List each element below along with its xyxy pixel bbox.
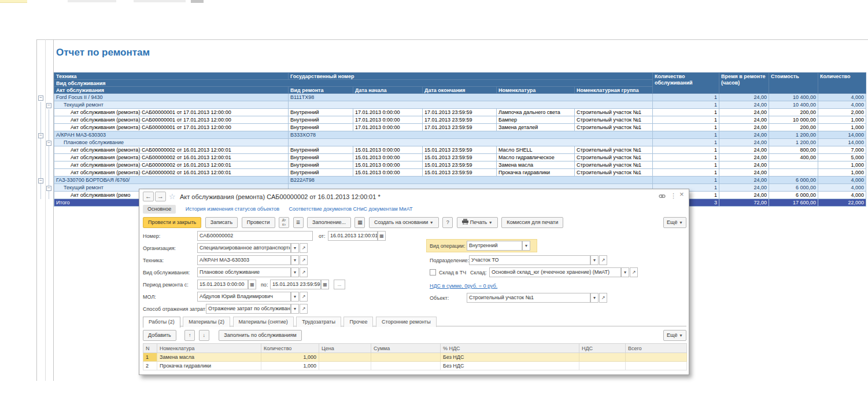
dropdown-icon[interactable]: ▾ (590, 293, 599, 303)
table-row[interactable]: Текущий ремонт124,0010 400,004,000 (54, 101, 866, 109)
tab-status-history[interactable]: История изменения статусов объектов (186, 205, 279, 212)
mol-field[interactable]: Абдулов Юрий Владимирович (197, 292, 291, 302)
col-date-start[interactable]: Дата начала (353, 87, 423, 94)
dropdown-icon[interactable]: ▾ (621, 267, 629, 277)
parts-row[interactable]: 1Замена масла1,000Без НДС (143, 353, 687, 362)
col-repair-kind[interactable]: Вид ремонта (289, 87, 353, 94)
col-vat[interactable]: НДС (579, 344, 626, 353)
forward-button[interactable]: → (155, 192, 166, 201)
more-dots-icon[interactable]: ⋮ (670, 192, 677, 199)
department-field[interactable]: Участок ТО (469, 255, 590, 265)
open-icon[interactable]: ↗ (599, 293, 607, 303)
post-button[interactable]: Провести (242, 217, 275, 228)
col-tech[interactable]: Техника (54, 73, 289, 80)
close-icon[interactable]: × (679, 191, 684, 198)
tab-other[interactable]: Прочее (343, 317, 373, 327)
collapse-icon[interactable]: − (46, 141, 51, 146)
table-row[interactable]: Акт обслуживания (ремонта) САБ00000002 о… (54, 154, 866, 161)
commission-print-button[interactable]: Комиссия для печати (501, 217, 563, 228)
help-button[interactable]: ? (442, 217, 453, 228)
table-row[interactable]: Акт обслуживания (ремонта) САБ00000001 о… (54, 124, 866, 131)
open-icon[interactable]: ↗ (630, 267, 638, 277)
costs-method-field[interactable]: Отражение затрат по обслуживанию АТ (206, 304, 291, 314)
move-down-button[interactable]: ↓ (199, 330, 209, 341)
table-row[interactable]: Плановое обслуживание124,001 200,0014,00… (54, 139, 866, 146)
link-icon[interactable] (659, 193, 666, 200)
fill-by-service-button[interactable]: Заполнить по обслуживаниям (219, 330, 301, 341)
tab-external-repairs[interactable]: Сторонние ремонты (376, 317, 437, 327)
favorite-star-icon[interactable]: ☆ (169, 192, 176, 201)
col-nomen-group[interactable]: Номенклатурная группа (575, 87, 653, 94)
form-more-button[interactable]: Ещё ▼ (663, 217, 686, 228)
tab-materials-removal[interactable]: Материалы (снятие) (233, 317, 294, 327)
table-row[interactable]: А/КРАН МАЗ-630303B333XO78124,001 200,001… (54, 131, 866, 139)
tab-labor[interactable]: Трудозатраты (296, 317, 341, 327)
col-quantity[interactable]: Количество (261, 344, 319, 353)
table-row[interactable]: Акт обслуживания (ремонта) САБ00000002 о… (54, 146, 866, 154)
col-qty[interactable]: Количество (818, 73, 866, 94)
table-row[interactable]: Ford Focus II / 9430B111TX98124,0010 400… (54, 94, 866, 101)
period-from-field[interactable]: 15.01.2013 0:00:00 (197, 280, 248, 289)
col-repair-hours[interactable]: Время в ремонте (часов) (719, 73, 769, 94)
dropdown-icon[interactable]: ▾ (291, 267, 299, 277)
calendar-icon[interactable]: ▦ (321, 280, 329, 289)
move-up-button[interactable]: ↑ (184, 330, 195, 341)
operation-field[interactable]: Внутренний (467, 241, 522, 251)
object-field[interactable]: Строительный участок №1 (467, 293, 590, 303)
open-icon[interactable]: ↗ (300, 292, 308, 302)
list-icon-button[interactable]: ≣ (293, 217, 304, 228)
warehouse-in-rows-checkbox[interactable] (430, 269, 436, 276)
dropdown-icon[interactable]: ▾ (291, 292, 299, 302)
parts-row[interactable]: 2Прокачка гидравлики1,000Без НДС (143, 362, 687, 370)
dtkt-icon-button[interactable]: ДтКт (279, 217, 289, 228)
col-n[interactable]: N (143, 344, 157, 353)
number-field[interactable]: САБ00000002 (197, 231, 313, 241)
tech-field[interactable]: А/КРАН МАЗ-630303 (197, 255, 291, 265)
col-act[interactable]: Акт обслуживания (54, 87, 289, 94)
fill-button[interactable]: Заполнение... (307, 217, 351, 228)
post-and-close-button[interactable]: Провести и закрыть (143, 217, 201, 228)
col-gos-number[interactable]: Государственный номер (289, 73, 653, 80)
col-nomen[interactable]: Номенклатура (497, 87, 575, 94)
collapse-icon[interactable]: − (46, 186, 51, 191)
col-nomenclature[interactable]: Номенклатура (157, 344, 261, 353)
col-price[interactable]: Цена (319, 344, 371, 353)
open-icon[interactable]: ↗ (300, 304, 308, 314)
tab-works[interactable]: Работы (2) (143, 317, 180, 328)
dropdown-icon[interactable]: ▾ (291, 243, 299, 253)
period-to-field[interactable]: 15.01.2013 23:59:59 (270, 280, 321, 289)
open-icon[interactable]: ↗ (300, 255, 308, 265)
col-sum[interactable]: Сумма (371, 344, 441, 353)
tab-docs-match[interactable]: Соответствие документов СНиС документам … (289, 205, 413, 212)
open-icon[interactable]: ↗ (300, 267, 308, 277)
col-service-kind[interactable]: Вид обслуживания (54, 80, 653, 87)
collapse-icon[interactable]: − (38, 178, 43, 183)
from-date-field[interactable]: 16.01.2013 12:00:01 (328, 231, 378, 241)
table-row[interactable]: Акт обслуживания (ремонта) САБ00000002 о… (54, 169, 866, 177)
collapse-icon[interactable]: − (38, 96, 43, 101)
open-icon[interactable]: ↗ (300, 243, 308, 253)
dropdown-icon[interactable]: ▾ (522, 241, 530, 251)
print-button[interactable]: Печать ▼ (457, 217, 498, 228)
open-icon[interactable]: ↗ (599, 255, 607, 265)
back-button[interactable]: ← (143, 192, 154, 201)
col-cost[interactable]: Стоимость (769, 73, 818, 94)
warehouse-field[interactable]: Основной склад_юг (ячеечное хранение) (М… (489, 267, 621, 277)
vat-link[interactable]: НДС в сумме, 0руб. = 0 руб. (430, 283, 497, 289)
collapse-icon[interactable]: − (38, 133, 43, 138)
service-kind-field[interactable]: Плановое обслуживание (197, 267, 291, 277)
period-ellipsis-button[interactable]: ... (334, 280, 345, 289)
tab-materials[interactable]: Материалы (2) (183, 317, 230, 327)
col-total[interactable]: Всего (626, 344, 687, 353)
dropdown-icon[interactable]: ▾ (590, 255, 599, 265)
dropdown-icon[interactable]: ▾ (291, 255, 299, 265)
write-button[interactable]: Записать (205, 217, 238, 228)
calendar-icon[interactable]: ▦ (248, 280, 256, 289)
tab-main[interactable]: Основное (143, 205, 176, 214)
structure-icon-button[interactable]: ▦ (354, 217, 365, 228)
collapse-icon[interactable]: − (46, 103, 51, 108)
org-field[interactable]: Специализированное автотранспортное пред… (197, 243, 291, 253)
col-vat-percent[interactable]: % НДС (441, 344, 579, 353)
table-row[interactable]: ГАЗ-330700 БОРТОВАЯ /6760/B222AT98124,00… (54, 177, 866, 184)
table-row[interactable]: Акт обслуживания (ремонта) САБ00000002 о… (54, 161, 866, 169)
